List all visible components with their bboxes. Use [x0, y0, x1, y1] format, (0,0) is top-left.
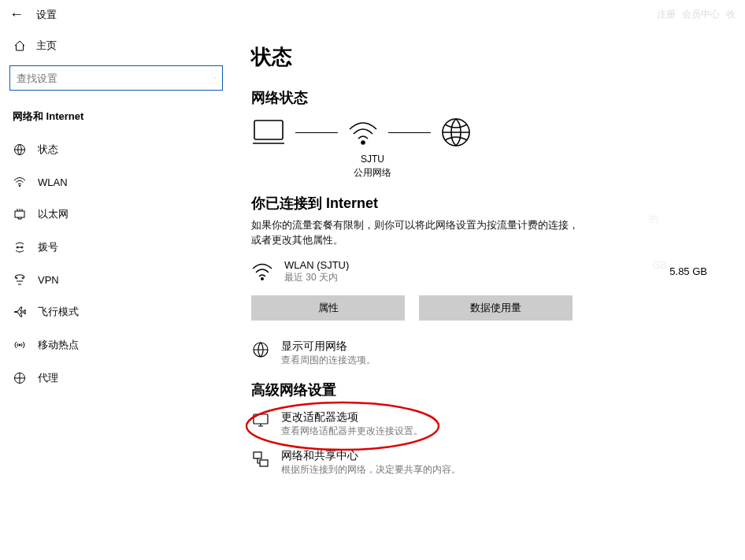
connection-usage: 5.85 GB: [616, 265, 726, 277]
change-adapter-link[interactable]: 更改适配器选项 查看网络适配器并更改连接设置。: [251, 410, 726, 438]
page-title: 状态: [251, 43, 726, 71]
sidebar-item-label: VPN: [38, 274, 59, 286]
network-type: 公用网络: [349, 166, 396, 180]
link-sub: 查看周围的连接选项。: [281, 354, 376, 367]
connected-desc: 如果你的流量套餐有限制，则你可以将此网络设置为按流量计费的连接，或者更改其他属性…: [251, 217, 582, 248]
wifi-icon: [13, 176, 27, 188]
hotspot-icon: [13, 339, 27, 351]
line-icon: [295, 132, 338, 133]
window-title: 设置: [36, 8, 57, 22]
link-title: 更改适配器选项: [281, 410, 423, 425]
back-icon[interactable]: ←: [9, 6, 24, 23]
advanced-heading: 高级网络设置: [251, 380, 726, 399]
svg-rect-10: [254, 121, 283, 139]
monitor-icon: [251, 410, 270, 429]
search-box[interactable]: [9, 65, 223, 91]
svg-rect-16: [254, 414, 268, 424]
wifi-diagram-icon: [347, 118, 379, 146]
sidebar-item-label: 以太网: [38, 207, 69, 221]
svg-point-7: [22, 277, 24, 279]
sidebar-section-header: 网络和 Internet: [9, 103, 223, 133]
ghost-text: 的: [649, 213, 658, 226]
line-icon: [388, 132, 431, 133]
properties-button[interactable]: 属性: [251, 295, 405, 321]
wifi-icon: [251, 262, 275, 281]
sidebar-home-label: 主页: [36, 39, 57, 53]
sharing-center-link[interactable]: 网络和共享中心 根据所连接到的网络，决定要共享的内容。: [251, 449, 726, 477]
link-sub: 查看网络适配器并更改连接设置。: [281, 425, 423, 438]
sidebar-item-label: WLAN: [38, 176, 68, 188]
link-sub: 根据所连接到的网络，决定要共享的内容。: [281, 463, 461, 477]
svg-point-13: [261, 277, 264, 280]
sidebar-item-proxy[interactable]: 代理: [9, 362, 223, 395]
globe-icon: [251, 339, 270, 358]
search-icon[interactable]: [208, 72, 222, 83]
svg-rect-18: [260, 460, 268, 466]
svg-point-6: [16, 277, 17, 279]
globe-diagram-icon: [440, 117, 472, 148]
sidebar-item-dialup[interactable]: 拨号: [9, 231, 223, 264]
svg-point-0: [214, 77, 215, 78]
svg-point-11: [361, 141, 365, 144]
register-link[interactable]: 注册: [657, 8, 676, 21]
show-networks-link[interactable]: 显示可用网络 查看周围的连接选项。: [251, 339, 726, 367]
sidebar-item-hotspot[interactable]: 移动热点: [9, 328, 223, 362]
svg-point-2: [19, 185, 20, 187]
member-link[interactable]: 会员中心: [682, 8, 720, 21]
dialup-icon: [13, 241, 27, 254]
vpn-icon: [13, 273, 27, 286]
sidebar-item-label: 代理: [38, 371, 58, 385]
airplane-icon: [13, 306, 27, 318]
svg-rect-17: [254, 452, 261, 458]
sidebar-item-label: 拨号: [38, 240, 58, 254]
proxy-icon: [13, 372, 27, 384]
network-diagram: [251, 117, 726, 148]
sharing-icon: [251, 449, 270, 468]
pc-icon: [251, 118, 286, 146]
sidebar-item-vpn[interactable]: VPN: [9, 264, 223, 295]
network-status-heading: 网络状态: [251, 88, 726, 107]
search-input[interactable]: [10, 72, 208, 84]
svg-rect-3: [15, 211, 24, 217]
ethernet-icon: [13, 208, 27, 221]
sidebar-item-airplane[interactable]: 飞行模式: [9, 295, 223, 328]
home-icon: [13, 39, 27, 52]
top-right-links: 注册 会员中心 收: [657, 8, 736, 21]
globe-icon: [13, 143, 27, 156]
collapse-link[interactable]: 收: [726, 8, 736, 21]
sidebar-item-label: 移动热点: [38, 338, 79, 352]
sidebar-home[interactable]: 主页: [9, 29, 223, 62]
data-usage-button[interactable]: 数据使用量: [419, 295, 573, 321]
connected-title: 你已连接到 Internet: [251, 194, 726, 213]
network-name: SJTU: [349, 153, 396, 166]
sidebar-item-label: 飞行模式: [38, 305, 79, 319]
sidebar-item-ethernet[interactable]: 以太网: [9, 198, 223, 231]
link-title: 网络和共享中心: [281, 449, 461, 463]
connection-name: WLAN (SJTU): [284, 259, 606, 271]
connection-recent: 最近 30 天内: [284, 271, 606, 284]
sidebar-item-status[interactable]: 状态: [9, 133, 223, 166]
sidebar-item-wlan[interactable]: WLAN: [9, 166, 223, 198]
link-title: 显示可用网络: [281, 339, 376, 354]
ghost-text: GB: [653, 260, 666, 271]
sidebar-item-label: 状态: [38, 143, 58, 157]
svg-point-8: [19, 344, 20, 346]
